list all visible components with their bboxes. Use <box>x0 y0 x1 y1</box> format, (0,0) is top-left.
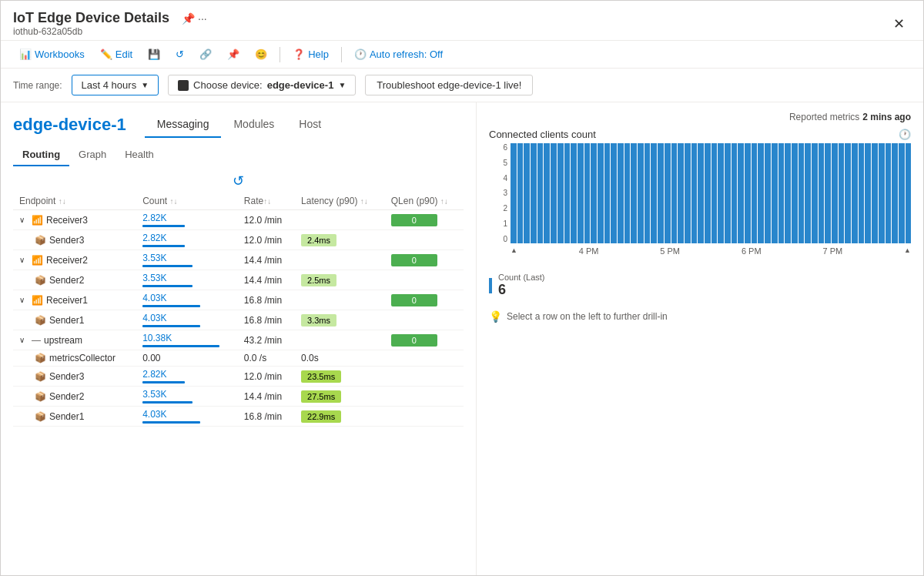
left-panel: edge-device-1 Messaging Modules Host Rou… <box>1 102 477 575</box>
endpoint-name: Sender3 <box>49 371 84 382</box>
table-row[interactable]: ∨ — upstream 10.38K <box>13 330 464 350</box>
help-button[interactable]: ❓ Help <box>286 45 335 63</box>
triangle-start: ▲ <box>511 246 517 254</box>
table-row[interactable]: 📦 Sender1 4.03K 16.8 /min 22.9ms <box>13 407 464 427</box>
table-row[interactable]: 📦 metricsCollector 0.00 0.0 /s 0.0s <box>13 350 464 367</box>
table-row[interactable]: ∨ 📶 Receiver3 2.82K <box>13 210 464 230</box>
table-row[interactable]: ∨ 📶 Receiver1 4.03K 16.8 /min 0 <box>13 290 464 310</box>
y-label-3: 3 <box>503 189 507 197</box>
count-summary: Count (Last) 6 <box>489 273 911 298</box>
close-button[interactable]: ✕ <box>887 12 911 35</box>
endpoint-receiver-icon: 📶 <box>32 255 43 266</box>
refresh-button[interactable]: ↺ <box>169 45 190 63</box>
table-refresh-icon[interactable]: ↺ <box>233 172 244 189</box>
chart-bar <box>872 143 878 243</box>
latency-bar: 2.5ms <box>301 274 336 286</box>
col-qlen[interactable]: QLen (p90) ↑↓ <box>385 193 464 210</box>
save-button[interactable]: 💾 <box>142 45 166 63</box>
toolbar-separator <box>280 47 280 62</box>
table-row[interactable]: ∨ 📶 Receiver2 3.53K 14.4 /min 0 <box>13 250 464 270</box>
tab-host[interactable]: Host <box>286 112 333 138</box>
endpoint-name: Receiver2 <box>46 255 88 266</box>
reported-metrics: Reported metrics 2 mins ago <box>489 112 911 122</box>
latency-plain: 0.0s <box>301 353 319 363</box>
autorefresh-button[interactable]: 🕐 Auto refresh: Off <box>348 45 449 63</box>
chart-bar <box>805 143 811 243</box>
subtab-routing[interactable]: Routing <box>13 144 69 166</box>
workbooks-button[interactable]: 📊 Workbooks <box>13 45 91 63</box>
main-content: edge-device-1 Messaging Modules Host Rou… <box>1 102 923 575</box>
table-row[interactable]: 📦 Sender3 2.82K 12.0 /min 23.5ms <box>13 367 464 387</box>
share-icon: 🔗 <box>199 49 212 60</box>
expand-icon[interactable]: ∨ <box>19 336 28 344</box>
qlen-bar: 0 <box>391 334 437 347</box>
troubleshoot-button[interactable]: Troubleshoot edge-device-1 live! <box>365 75 533 95</box>
subtab-graph[interactable]: Graph <box>69 144 116 166</box>
table-body: ∨ 📶 Receiver3 2.82K <box>13 210 464 427</box>
x-marker-end: ▲ <box>904 246 911 254</box>
table-row[interactable]: 📦 Sender1 4.03K 16.8 /min 3.3ms <box>13 310 464 330</box>
chart-bar <box>678 143 684 243</box>
y-label-2: 2 <box>503 204 507 213</box>
chart-bar <box>738 143 744 243</box>
sender-icon: 📦 <box>35 235 46 246</box>
share-button[interactable]: 🔗 <box>193 45 218 63</box>
chart-bar <box>865 143 871 243</box>
chart-bar <box>611 143 617 243</box>
expand-icon[interactable]: ∨ <box>19 296 28 304</box>
hint-text: Select a row on the left to further dril… <box>507 311 668 322</box>
chart-bar <box>651 143 657 243</box>
table-row[interactable]: 📦 Sender2 3.53K 14.4 /min 2.5ms <box>13 270 464 290</box>
history-icon[interactable]: 🕐 <box>899 129 911 140</box>
device-chevron-icon: ▼ <box>338 81 346 89</box>
col-rate[interactable]: Rate↑↓ <box>238 193 295 210</box>
chart-bar <box>685 143 691 243</box>
endpoint-cell: ∨ 📶 Receiver3 <box>13 210 136 230</box>
chart-container: 6 5 4 3 2 1 0 ▲ 4 PM 5 PM 6 P <box>489 143 911 266</box>
chart-bar <box>758 143 764 243</box>
time-range-button[interactable]: Last 4 hours ▼ <box>72 75 159 95</box>
pin-button[interactable]: 📌 <box>221 45 246 63</box>
table-scroll[interactable]: Endpoint ↑↓ Count ↑↓ Rate↑↓ Latency (p90… <box>13 193 464 566</box>
count-info: Count (Last) 6 <box>498 273 545 298</box>
endpoint-name: Receiver3 <box>46 215 88 226</box>
chart-bar <box>531 143 537 243</box>
pin-icon[interactable]: 📌 <box>182 12 195 25</box>
endpoint-name: upstream <box>44 335 82 346</box>
chart-bar <box>631 143 637 243</box>
endpoint-name: Sender3 <box>49 235 84 246</box>
sort-icon-qlen: ↑↓ <box>440 197 448 206</box>
sort-icon-rate: ↑↓ <box>263 197 271 206</box>
chart-bar <box>825 143 831 243</box>
emoji-button[interactable]: 😊 <box>249 45 273 63</box>
col-count[interactable]: Count ↑↓ <box>136 193 238 210</box>
help-icon: ❓ <box>293 49 305 60</box>
subtab-health[interactable]: Health <box>116 144 163 166</box>
col-latency[interactable]: Latency (p90) ↑↓ <box>295 193 385 210</box>
endpoint-receiver-icon: 📶 <box>32 215 43 226</box>
workbooks-label: Workbooks <box>35 49 85 60</box>
edit-button[interactable]: ✏️ Edit <box>94 45 139 63</box>
chart-bar <box>705 143 711 243</box>
table-row[interactable]: 📦 Sender3 2.82K 12.0 /min 2.4ms <box>13 230 464 250</box>
more-icon[interactable]: ··· <box>198 12 207 25</box>
chart-bar <box>859 143 865 243</box>
title-bar: IoT Edge Device Details 📌 ··· iothub-632… <box>1 1 923 41</box>
count-val: 0.00 <box>142 353 160 363</box>
tab-modules[interactable]: Modules <box>221 112 286 138</box>
y-label-1: 1 <box>503 219 507 228</box>
expand-icon[interactable]: ∨ <box>19 256 28 264</box>
col-endpoint[interactable]: Endpoint ↑↓ <box>13 193 136 210</box>
toolbar: 📊 Workbooks ✏️ Edit 💾 ↺ 🔗 📌 😊 ❓ Help 🕐 <box>1 41 923 69</box>
qlen-cell: 0 <box>385 210 464 230</box>
tab-messaging[interactable]: Messaging <box>145 112 222 138</box>
chart-bar <box>812 143 818 243</box>
autorefresh-label: Auto refresh: Off <box>370 49 443 60</box>
device-select-button[interactable]: Choose device: edge-device-1 ▼ <box>168 75 356 95</box>
table-row[interactable]: 📦 Sender2 3.53K 14.4 /min 27.5ms <box>13 387 464 407</box>
chart-bar <box>718 143 724 243</box>
chart-bar <box>691 143 698 243</box>
chart-y-axis: 6 5 4 3 2 1 0 <box>489 143 511 243</box>
expand-icon[interactable]: ∨ <box>19 216 28 224</box>
chart-bar <box>745 143 751 243</box>
